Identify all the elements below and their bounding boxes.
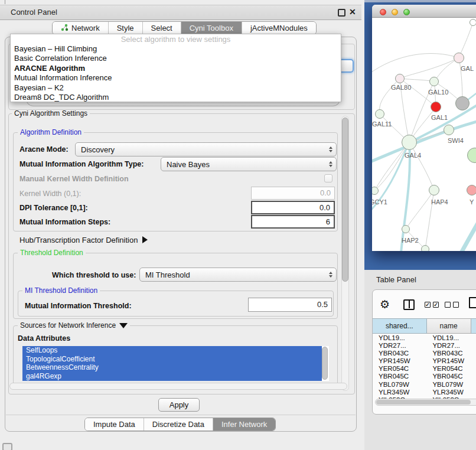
control-panel: Control Panel ✕ NetworkStyleSelectCyni T… [0, 0, 364, 450]
table-cell: YER054C [373, 365, 426, 373]
table-row[interactable]: YPR145WYPR145W9. [373, 357, 476, 365]
node-label: Y [470, 198, 474, 206]
aracne-mode-select[interactable]: Discovery [75, 142, 337, 156]
unchecked-checkbox-icon[interactable] [453, 302, 459, 308]
network-node-y[interactable] [467, 185, 476, 195]
table-row[interactable]: YBL079WYBL079W [373, 381, 476, 389]
attribute-list-item[interactable]: SelfLoops [22, 346, 322, 355]
tab-impute-data[interactable]: Impute Data [85, 418, 144, 431]
network-node[interactable] [470, 19, 476, 26]
table-row[interactable]: YDL19...YDL19...13 [373, 334, 476, 342]
tab-infer-network[interactable]: Infer Network [213, 418, 275, 431]
table-cell: YBR045C [373, 373, 426, 380]
tab-discretize-data[interactable]: Discretize Data [144, 418, 213, 431]
kernel-width-field[interactable]: 0.0 [251, 187, 335, 200]
table-row[interactable]: YLR345WYLR345W9. [373, 389, 476, 396]
attributes-list-scrollbar[interactable] [322, 347, 328, 380]
network-node-swi4[interactable] [444, 125, 454, 135]
mi-algorithm-type-select[interactable]: Naive Bayes [161, 157, 337, 171]
dpi-tolerance-label: DPI Tolerance [0,1]: [19, 204, 88, 212]
tab-style[interactable]: Style [109, 22, 143, 34]
control-panel-titlebar: Control Panel ✕ [0, 5, 361, 20]
table-row[interactable]: YBR045CYBR045C9. [373, 373, 476, 380]
table-row[interactable]: YER054CYER054C8. [373, 365, 476, 373]
table-cell: YPR145W [373, 357, 426, 365]
checked-checkbox-icon[interactable]: ✓ [433, 302, 439, 308]
column-header[interactable]: shared... [373, 318, 427, 334]
node-label: GAL11 [372, 120, 392, 128]
column-header[interactable]: name [427, 318, 471, 334]
table-cell [471, 381, 476, 389]
network-node-hap4[interactable] [429, 185, 439, 195]
panel-divider [6, 415, 356, 415]
table-row[interactable]: YBR043CYBR043C [373, 350, 476, 357]
close-panel-icon[interactable]: ✕ [349, 7, 356, 17]
algorithm-option[interactable]: Basic Correlation Inference [11, 54, 341, 63]
algorithm-option[interactable]: Dream8 DC_TDC Algorithm [11, 93, 341, 102]
mi-steps-field[interactable]: 6 [251, 215, 335, 229]
dpi-tolerance-field[interactable]: 0.0 [251, 201, 335, 214]
table-body: YDL19...YDL19...13YDR27...YDR27...12YBR0… [373, 334, 476, 400]
float-panel-icon[interactable] [338, 9, 345, 17]
settings-group-title: Cyni Algorithm Settings [12, 110, 90, 117]
tab-select[interactable]: Select [143, 22, 181, 34]
network-node-gal1[interactable] [431, 102, 441, 112]
checked-checkbox-icon[interactable]: ✓ [425, 302, 431, 308]
tab-network[interactable]: Network [53, 22, 109, 34]
table-cell: 9. [471, 373, 476, 380]
document-icon[interactable] [469, 297, 476, 308]
table-cell: YDR27... [426, 342, 471, 350]
mi-threshold-label: Mutual Information Threshold: [25, 302, 132, 310]
table-panel-title: Table Panel [376, 275, 416, 284]
algorithm-option[interactable]: Bayesian – K2 [11, 83, 341, 93]
hub-section-toggle[interactable]: Hub/Transcription Factor Definition [19, 236, 148, 244]
settings-vscroll-thumb[interactable] [342, 118, 348, 282]
algorithm-option[interactable]: ARACNE Algorithm [11, 64, 341, 73]
tab-label: Style [117, 24, 134, 32]
table-cell: YBR043C [426, 350, 471, 357]
split-columns-icon[interactable] [403, 299, 415, 310]
node-label: GAL10 [428, 89, 448, 96]
network-view-window[interactable]: GALGAL80GAL10GAL1GAL11SWI4GAL4GCY1HAP4YH… [372, 5, 476, 251]
network-node[interactable] [455, 96, 470, 110]
network-node[interactable] [421, 245, 429, 251]
desktop-top-strip [364, 0, 476, 2]
attribute-list-item[interactable]: TopologicalCoefficient [22, 355, 322, 364]
table-row[interactable]: YDR27...YDR27...12 [373, 342, 476, 350]
table-cell: YLR345W [373, 389, 426, 396]
network-node-gal10[interactable] [429, 77, 439, 86]
algorithm-option[interactable]: Mutual Information Inference [11, 73, 341, 83]
data-attributes-list: SelfLoopsTopologicalCoefficientBetweenne… [22, 346, 329, 381]
network-node-hap2[interactable] [402, 225, 410, 233]
network-node-gal11[interactable] [375, 109, 384, 119]
apply-button[interactable]: Apply [158, 398, 200, 412]
dock-panel-icon[interactable] [2, 443, 12, 450]
sources-title[interactable]: Sources for Network Inference [18, 322, 130, 329]
attribute-list-item[interactable]: gal4RGexp [22, 372, 322, 381]
network-canvas[interactable]: GALGAL80GAL10GAL1GAL11SWI4GAL4GCY1HAP4YH… [372, 18, 476, 251]
mi-threshold-field[interactable]: 0.5 [248, 298, 332, 312]
combo-arrows-icon [327, 146, 336, 152]
algorithm-option[interactable]: Bayesian – Hill Climbing [11, 44, 341, 54]
network-node-gal80[interactable] [395, 74, 405, 83]
attribute-list-item[interactable]: BetweennessCentrality [22, 363, 322, 372]
unchecked-checkbox-icon[interactable] [445, 302, 451, 308]
network-node-gal[interactable] [454, 53, 464, 63]
table-hscroll-thumb[interactable] [376, 400, 471, 405]
network-window-titlebar[interactable] [372, 5, 476, 18]
manual-kernel-checkbox[interactable] [324, 174, 332, 182]
close-window-icon[interactable] [380, 9, 386, 15]
gear-icon[interactable]: ⚙ [380, 298, 390, 311]
tab-jactivemnodules[interactable]: jActiveMNodules [242, 22, 316, 34]
tab-cyni-toolbox[interactable]: Cyni Toolbox [181, 22, 242, 34]
column-header[interactable] [471, 318, 476, 334]
minimize-window-icon[interactable] [392, 9, 398, 15]
node-label: GAL4 [405, 152, 421, 159]
mi-steps-label: Mutual Information Steps: [19, 218, 110, 226]
which-threshold-select[interactable]: MI Threshold [139, 268, 337, 282]
node-label: HAP2 [402, 237, 419, 244]
zoom-window-icon[interactable] [403, 9, 410, 15]
network-node-gal4[interactable] [402, 135, 417, 150]
table-cell: 12 [471, 342, 476, 350]
settings-hscroll-track[interactable] [9, 383, 347, 390]
